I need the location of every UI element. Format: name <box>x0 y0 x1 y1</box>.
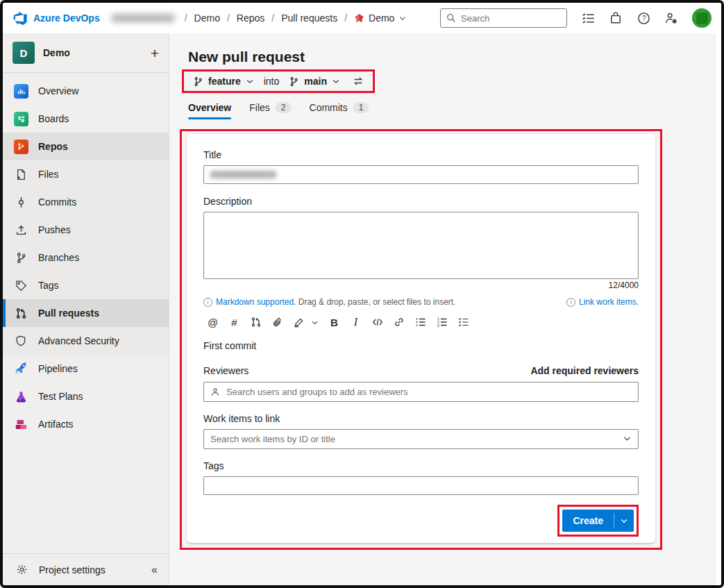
bullet-list-icon[interactable] <box>411 314 430 330</box>
project-name[interactable]: Demo <box>43 47 142 58</box>
create-button[interactable]: Create <box>562 510 614 532</box>
format-pen-icon[interactable] <box>289 314 308 330</box>
add-required-reviewers-button[interactable]: Add required reviewers <box>530 365 639 376</box>
divider <box>3 72 169 73</box>
pipelines-rocket-icon <box>13 361 28 376</box>
reviewers-label: Reviewers <box>203 365 249 376</box>
pull-request-icon[interactable] <box>246 314 265 330</box>
checklist-icon[interactable] <box>581 11 595 25</box>
bold-icon[interactable]: B <box>325 314 344 330</box>
sidebar-item-repos[interactable]: Repos <box>3 133 169 160</box>
code-icon[interactable] <box>368 314 387 330</box>
sidebar-item-pushes[interactable]: Pushes <box>3 216 169 244</box>
main-content: New pull request feature into main Overv… <box>170 33 721 585</box>
breadcrumb-repos[interactable]: Repos <box>237 12 264 24</box>
collapse-sidebar-icon[interactable]: « <box>151 564 158 576</box>
commits-count-badge: 1 <box>353 102 369 113</box>
source-branch-name: feature <box>208 76 241 87</box>
at-mention-icon[interactable]: @ <box>203 314 222 330</box>
search-input[interactable] <box>461 13 551 24</box>
hashtag-icon[interactable]: # <box>225 314 244 330</box>
repository-icon <box>354 13 364 24</box>
scrollbar-track[interactable] <box>715 33 721 585</box>
avatar[interactable] <box>692 8 712 28</box>
project-settings[interactable]: Project settings « <box>3 553 169 585</box>
files-count-badge: 2 <box>276 102 292 113</box>
source-branch-picker[interactable]: feature <box>193 76 254 87</box>
project-header[interactable]: D Demo + <box>3 33 169 72</box>
work-items-placeholder: Search work items by ID or title <box>210 434 335 444</box>
search-icon <box>446 13 456 23</box>
sidebar-item-commits[interactable]: Commits <box>3 188 169 216</box>
swap-branches-icon[interactable] <box>353 76 364 87</box>
project-settings-label: Project settings <box>39 564 106 576</box>
sidebar-item-artifacts[interactable]: Artifacts <box>3 410 169 438</box>
create-options-chevron-icon[interactable] <box>614 510 634 532</box>
create-split-button: Create <box>562 510 634 532</box>
character-counter: 12/4000 <box>203 280 639 290</box>
form-annotation-box: Title Description 12/4000 i Markdown sup… <box>180 129 662 550</box>
add-project-icon[interactable]: + <box>151 46 159 60</box>
search-box[interactable] <box>440 8 567 28</box>
link-work-items-link[interactable]: Link work items. <box>579 297 639 307</box>
sidebar-item-tags[interactable]: Tags <box>3 271 169 299</box>
current-repo-name[interactable]: Demo <box>369 12 394 24</box>
repos-icon <box>13 139 28 154</box>
numbered-list-icon[interactable]: 123 <box>432 314 451 330</box>
markdown-supported-link[interactable]: Markdown supported. <box>216 297 296 307</box>
pull-request-form: Title Description 12/4000 i Markdown sup… <box>187 134 655 543</box>
marketplace-bag-icon[interactable] <box>609 11 623 25</box>
tab-commits[interactable]: Commits 1 <box>310 102 369 119</box>
person-icon <box>210 387 220 397</box>
drag-drop-hint: Drag & drop, paste, or select files to i… <box>298 297 456 307</box>
tab-bar: Overview Files 2 Commits 1 <box>188 102 369 119</box>
project-avatar: D <box>12 42 35 64</box>
info-icon: i <box>203 298 212 307</box>
tag-icon <box>13 278 28 293</box>
sidebar-item-boards[interactable]: Boards <box>3 105 169 133</box>
attachment-icon[interactable] <box>268 314 287 330</box>
commit-icon <box>13 194 28 210</box>
tab-overview[interactable]: Overview <box>188 102 231 119</box>
task-list-icon[interactable] <box>454 314 473 330</box>
chevron-down-icon[interactable] <box>311 314 322 330</box>
reviewers-input[interactable]: Search users and groups to add as review… <box>203 382 639 402</box>
sidebar-item-overview[interactable]: Overview <box>3 77 169 105</box>
repo-picker[interactable]: Demo <box>354 12 407 24</box>
sidebar-item-pull-requests[interactable]: Pull requests <box>3 299 169 327</box>
user-settings-icon[interactable] <box>664 11 678 25</box>
organization-name-redacted[interactable] <box>111 14 175 22</box>
target-branch-name: main <box>304 76 327 87</box>
description-textarea[interactable] <box>203 212 639 279</box>
tags-label: Tags <box>203 460 639 471</box>
work-items-input[interactable]: Search work items by ID or title <box>203 429 639 449</box>
chevron-down-icon <box>246 77 254 85</box>
gear-icon <box>14 562 29 578</box>
breadcrumb-pull-requests[interactable]: Pull requests <box>281 12 337 24</box>
azure-devops-new-pull-request-page: { "topbar": { "brand": "Azure DevOps", "… <box>0 0 724 588</box>
sidebar-item-branches[interactable]: Branches <box>3 244 169 271</box>
azure-devops-home-link[interactable]: Azure DevOps <box>12 10 100 26</box>
tags-input[interactable] <box>203 476 639 495</box>
branch-icon <box>193 76 203 87</box>
title-label: Title <box>203 149 639 160</box>
markdown-toolbar: @ # B I <box>203 314 639 330</box>
link-icon[interactable] <box>389 314 408 330</box>
pull-request-icon <box>13 305 28 321</box>
brand-name[interactable]: Azure DevOps <box>33 12 100 24</box>
reviewers-placeholder: Search users and groups to add as review… <box>226 387 408 397</box>
tab-files[interactable]: Files 2 <box>249 102 291 119</box>
target-branch-picker[interactable]: main <box>289 76 340 87</box>
sidebar-item-pipelines[interactable]: Pipelines <box>3 355 169 383</box>
italic-icon[interactable]: I <box>346 314 365 330</box>
sidebar-item-files[interactable]: Files <box>3 160 169 188</box>
breadcrumb-project[interactable]: Demo <box>194 12 220 24</box>
sidebar-item-test-plans[interactable]: Test Plans <box>3 383 169 410</box>
chevron-down-icon <box>332 77 340 85</box>
overview-chart-icon <box>13 83 28 99</box>
title-input[interactable] <box>203 165 639 184</box>
help-icon[interactable]: ? <box>637 11 650 25</box>
test-plans-flask-icon <box>13 389 28 404</box>
chevron-down-icon[interactable] <box>623 434 632 443</box>
sidebar-item-advanced-security[interactable]: Advanced Security <box>3 327 169 355</box>
